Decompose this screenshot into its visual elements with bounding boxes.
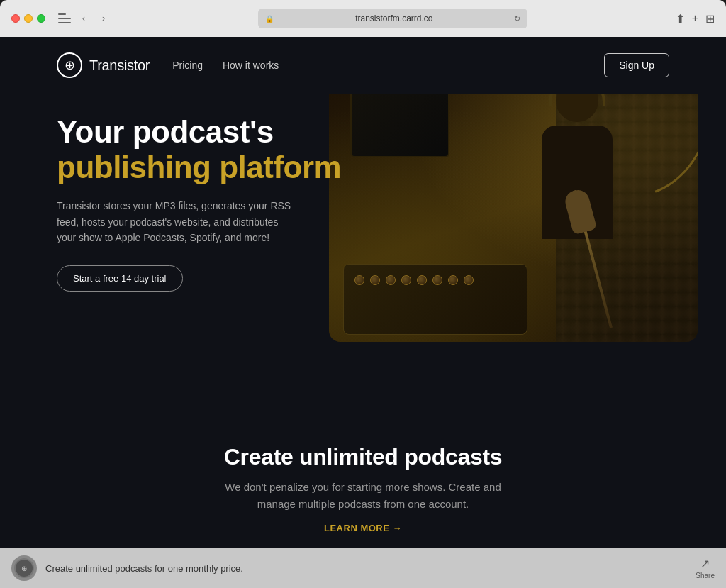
share-browser-button[interactable]: ⬆ <box>676 12 685 26</box>
studio-visual <box>329 94 698 342</box>
nav-left: ⊕ Transistor Pricing How it works <box>57 52 279 78</box>
hero-content-row: Your podcast's publishing platform Trans… <box>57 94 669 292</box>
close-window-button[interactable] <box>11 14 20 23</box>
logo-text: Transistor <box>89 57 150 74</box>
player-icon-inner: ⊕ <box>14 558 34 578</box>
nav-right: Sign Up <box>604 53 669 77</box>
mixer-knobs <box>344 265 527 296</box>
url-text: transistorfm.carrd.co <box>278 13 510 23</box>
logo-icon: ⊕ <box>57 52 82 78</box>
minimize-window-button[interactable] <box>24 14 33 23</box>
monitor-screen <box>350 94 449 157</box>
traffic-lights <box>11 14 45 23</box>
hero-title-line1: Your podcast's <box>57 115 354 149</box>
logo[interactable]: ⊕ Transistor <box>57 52 150 78</box>
section-unlimited-title: Create unlimited podcasts <box>57 444 669 470</box>
nav-how-it-works-link[interactable]: How it works <box>223 60 279 71</box>
forward-button[interactable]: › <box>96 11 111 26</box>
nav-links: Pricing How it works <box>172 60 279 71</box>
tabs-button[interactable]: ⊞ <box>705 12 715 26</box>
mixer-knob <box>386 275 396 285</box>
share-button[interactable]: ↗ Share <box>696 557 715 579</box>
person-head <box>556 94 598 122</box>
player-text: Create unlimited podcasts for one monthl… <box>45 563 687 574</box>
lock-icon: 🔒 <box>265 15 274 23</box>
player-icon[interactable]: ⊕ <box>11 555 37 581</box>
hero-text: Your podcast's publishing platform Trans… <box>57 94 354 292</box>
player-bar: ⊕ Create unlimited podcasts for one mont… <box>0 548 726 588</box>
hero-image <box>329 94 698 342</box>
browser-controls: ‹ › <box>58 11 111 26</box>
mixer-knob <box>370 275 380 285</box>
share-icon: ↗ <box>700 557 710 570</box>
hero-section: Your podcast's publishing platform Trans… <box>0 94 726 409</box>
sidebar-toggle-button[interactable] <box>58 13 71 23</box>
mixer-knob <box>417 275 427 285</box>
section-unlimited-subtitle: We don't penalize you for starting more … <box>214 479 512 513</box>
trial-button[interactable]: Start a free 14 day trial <box>57 265 183 292</box>
section-unlimited: Create unlimited podcasts We don't penal… <box>0 409 726 548</box>
address-bar[interactable]: 🔒 transistorfm.carrd.co ↻ <box>258 9 527 28</box>
mixer-knob <box>401 275 411 285</box>
nav-pricing-link[interactable]: Pricing <box>172 60 203 71</box>
share-label: Share <box>696 572 715 579</box>
website: ⊕ Transistor Pricing How it works Sign U… <box>0 37 726 588</box>
headphones <box>549 94 605 106</box>
refresh-icon[interactable]: ↻ <box>514 14 520 23</box>
mixer-board <box>343 264 527 335</box>
signup-button[interactable]: Sign Up <box>604 53 669 77</box>
mixer-knob <box>432 275 442 285</box>
hero-title-line2: publishing platform <box>57 149 354 187</box>
mixer-knob <box>448 275 458 285</box>
address-bar-wrapper: 🔒 transistorfm.carrd.co ↻ <box>118 9 669 28</box>
nav: ⊕ Transistor Pricing How it works Sign U… <box>0 37 726 94</box>
new-tab-button[interactable]: + <box>692 12 698 25</box>
maximize-window-button[interactable] <box>37 14 45 23</box>
learn-more-link[interactable]: LEARN MORE → <box>324 523 402 533</box>
play-icon: ⊕ <box>21 565 27 572</box>
browser-chrome: ‹ › 🔒 transistorfm.carrd.co ↻ ⬆ + ⊞ <box>0 0 726 37</box>
back-button[interactable]: ‹ <box>77 11 91 26</box>
person-silhouette <box>513 94 641 278</box>
hero-description: Transistor stores your MP3 files, genera… <box>57 198 298 245</box>
mixer-knob <box>464 275 474 285</box>
mixer-knob <box>354 275 364 285</box>
browser-actions: ⬆ + ⊞ <box>676 12 715 26</box>
